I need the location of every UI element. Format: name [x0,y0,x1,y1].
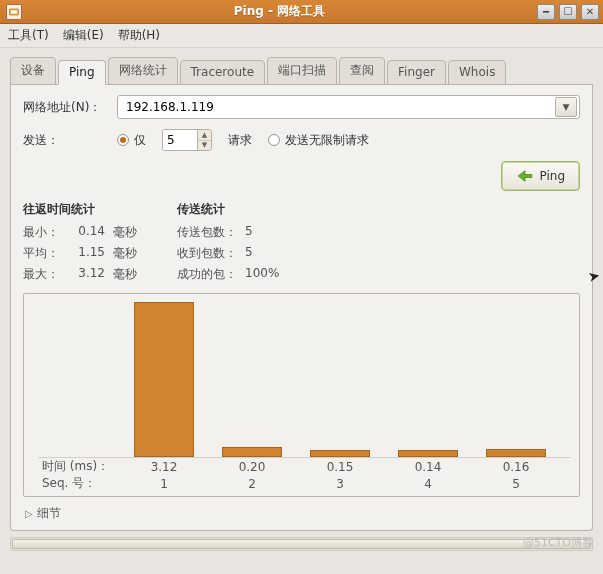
send-mode-group: 仅 ▲ ▼ 请求 发送无限制请求 [117,129,369,151]
ping-chart: 时间 (ms)： 3.12 0.20 0.15 0.14 0.16 Seq. 号… [23,293,580,497]
tx-header: 传送统计 [177,201,279,218]
chart-bar [398,450,458,457]
title-bar: Ping - 网络工具 ━ ☐ ✕ [0,0,603,24]
tx-sent-value: 5 [245,224,253,241]
request-count-input[interactable] [163,130,197,150]
spinner-down-button[interactable]: ▼ [198,141,211,151]
details-label: 细节 [37,505,61,522]
tab-ping[interactable]: Ping [58,60,106,85]
rtt-unit: 毫秒 [113,245,137,262]
menu-bar: 工具(T) 编辑(E) 帮助(H) [0,24,603,48]
menu-tool[interactable]: 工具(T) [8,27,49,44]
window-close-button[interactable]: ✕ [581,4,599,20]
tab-finger[interactable]: Finger [387,60,446,85]
chart-value: 0.16 [486,460,546,474]
radio-only-n[interactable]: 仅 [117,132,146,149]
chart-value: 0.14 [398,460,458,474]
rtt-min-label: 最小： [23,224,65,241]
chart-category: 3 [310,477,370,491]
tab-portscan[interactable]: 端口扫描 [267,57,337,85]
menu-help[interactable]: 帮助(H) [118,27,160,44]
chart-seq-axis-label: Seq. 号： [38,475,130,492]
radio-unlimited[interactable]: 发送无限制请求 [268,132,369,149]
chart-category: 2 [222,477,282,491]
rtt-max-value: 3.12 [69,266,105,283]
tx-sent-label: 传送包数： [177,224,241,241]
tx-recv-value: 5 [245,245,253,262]
ping-panel: 网络地址(N)： ▼ 发送： 仅 ▲ ▼ 请求 [10,85,593,531]
menu-edit[interactable]: 编辑(E) [63,27,104,44]
stats-section: 往返时间统计 最小：0.14毫秒 平均：1.15毫秒 最大：3.12毫秒 传送统… [23,201,580,285]
address-combo[interactable]: ▼ [117,95,580,119]
triangle-right-icon: ▷ [25,508,33,519]
address-label: 网络地址(N)： [23,99,109,116]
chart-value: 3.12 [134,460,194,474]
chart-category: 5 [486,477,546,491]
chart-value: 0.15 [310,460,370,474]
window-maximize-button[interactable]: ☐ [559,4,577,20]
ping-button-label: Ping [539,169,565,183]
address-dropdown-button[interactable]: ▼ [555,97,577,117]
tab-strip: 设备 Ping 网络统计 Traceroute 端口扫描 查阅 Finger W… [10,56,593,85]
svg-rect-1 [11,10,17,13]
request-count-spinner[interactable]: ▲ ▼ [162,129,212,151]
radio-dot-icon [117,134,129,146]
ping-button[interactable]: Ping [501,161,580,191]
rtt-avg-label: 平均： [23,245,65,262]
radio-unlimited-label: 发送无限制请求 [285,132,369,149]
send-label: 发送： [23,132,109,149]
tx-recv-label: 收到包数： [177,245,241,262]
rtt-stats: 往返时间统计 最小：0.14毫秒 平均：1.15毫秒 最大：3.12毫秒 [23,201,137,285]
window-title: Ping - 网络工具 [28,3,531,20]
tx-succ-label: 成功的包： [177,266,241,283]
rtt-unit: 毫秒 [113,266,137,283]
tab-whois[interactable]: Whois [448,60,506,85]
app-icon [6,4,22,20]
chart-category: 4 [398,477,458,491]
chart-bar [134,302,194,457]
address-input[interactable] [124,97,555,117]
chart-category: 1 [134,477,194,491]
arrow-left-icon [516,168,534,184]
tx-stats: 传送统计 传送包数：5 收到包数：5 成功的包：100% [177,201,279,285]
rtt-avg-value: 1.15 [69,245,105,262]
rtt-header: 往返时间统计 [23,201,137,218]
horizontal-scrollbar[interactable] [10,537,593,551]
rtt-unit: 毫秒 [113,224,137,241]
chart-bars [38,302,571,457]
rtt-max-label: 最大： [23,266,65,283]
tab-devices[interactable]: 设备 [10,57,56,85]
tab-traceroute[interactable]: Traceroute [180,60,266,85]
spinner-up-button[interactable]: ▲ [198,130,211,141]
radio-only-label: 仅 [134,132,146,149]
chart-time-axis-label: 时间 (ms)： [38,458,130,475]
chart-bar [486,449,546,457]
chevron-down-icon: ▼ [563,102,570,112]
tab-lookup[interactable]: 查阅 [339,57,385,85]
radio-dot-icon [268,134,280,146]
chart-value: 0.20 [222,460,282,474]
window-minimize-button[interactable]: ━ [537,4,555,20]
details-expander[interactable]: ▷ 细节 [23,503,580,522]
requests-suffix: 请求 [228,132,252,149]
scrollbar-thumb[interactable] [12,539,591,549]
tx-succ-value: 100% [245,266,279,283]
chart-bar [310,450,370,457]
tab-netstat[interactable]: 网络统计 [108,57,178,85]
chart-bar [222,447,282,457]
rtt-min-value: 0.14 [69,224,105,241]
